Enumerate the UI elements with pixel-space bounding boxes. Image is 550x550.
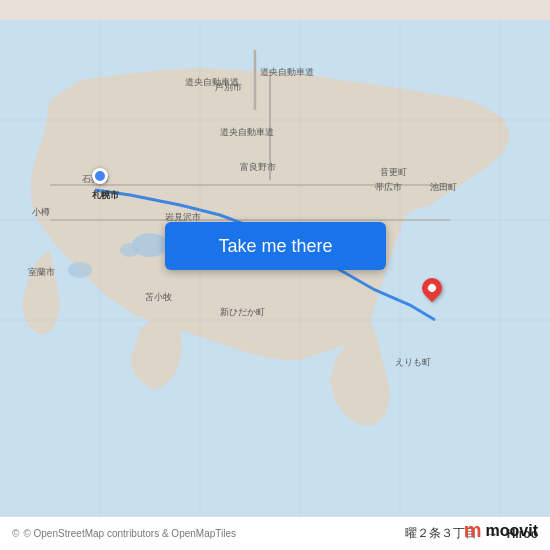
svg-text:富良野市: 富良野市 (240, 162, 276, 172)
svg-point-10 (120, 243, 140, 257)
svg-text:池田町: 池田町 (430, 182, 457, 192)
bottom-left: © © OpenStreetMap contributors & OpenMap… (12, 528, 236, 539)
svg-text:道央自動車道: 道央自動車道 (185, 77, 239, 87)
svg-text:道央自動車道: 道央自動車道 (260, 67, 314, 77)
svg-text:えりも町: えりも町 (395, 357, 431, 367)
svg-text:新ひだか町: 新ひだか町 (220, 307, 265, 317)
moovit-logo: m moovit (464, 519, 538, 542)
moovit-brand-text: moovit (486, 522, 538, 540)
svg-text:小樽: 小樽 (32, 207, 50, 217)
bottom-bar: © © OpenStreetMap contributors & OpenMap… (0, 516, 550, 550)
copyright-text: © OpenStreetMap contributors & OpenMapTi… (23, 528, 236, 539)
svg-text:札幌市: 札幌市 (91, 189, 120, 200)
svg-text:室蘭市: 室蘭市 (28, 267, 55, 277)
map-container: 石狩市 札幌市 小樽 岩見沢市 千歳市 富良野市 道央自動車道 芦別市 道央自動… (0, 0, 550, 550)
map-background: 石狩市 札幌市 小樽 岩見沢市 千歳市 富良野市 道央自動車道 芦別市 道央自動… (0, 0, 550, 550)
svg-text:岩見沢市: 岩見沢市 (165, 212, 201, 222)
take-me-there-button[interactable]: Take me there (165, 222, 386, 270)
svg-text:道央自動車道: 道央自動車道 (220, 127, 274, 137)
moovit-m-icon: m (464, 519, 482, 542)
svg-text:苫小牧: 苫小牧 (145, 292, 172, 302)
copyright-icon: © (12, 528, 19, 539)
svg-text:帯広市: 帯広市 (375, 182, 402, 192)
svg-text:音更町: 音更町 (380, 167, 407, 177)
svg-point-11 (68, 262, 92, 278)
origin-marker (92, 168, 108, 184)
